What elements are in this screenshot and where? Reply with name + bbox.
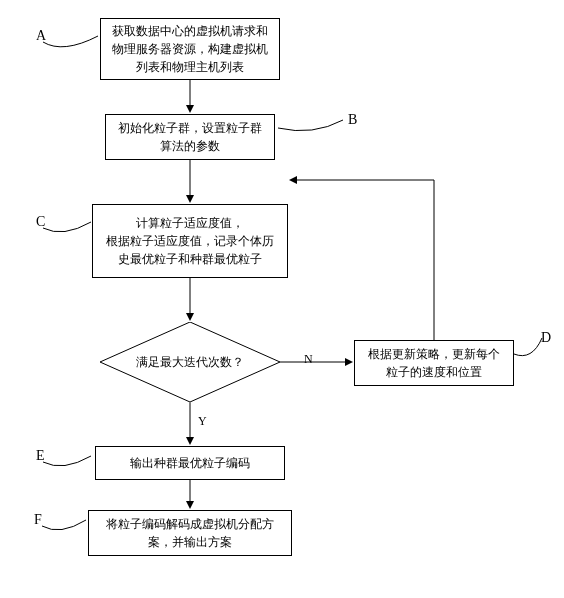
arrow-a-b <box>186 80 194 114</box>
svg-marker-3 <box>186 195 194 203</box>
arrow-dec-e <box>186 402 194 446</box>
process-text-f: 将粒子编码解码成虚拟机分配方案，并输出方案 <box>97 515 283 551</box>
callout-curve-a <box>43 34 103 54</box>
process-text-b: 初始化粒子群，设置粒子群算法的参数 <box>114 119 266 155</box>
arrow-join-c <box>186 176 290 184</box>
process-text-c: 计算粒子适应度值， 根据粒子适应度值，记录个体历史最优粒子和种群最优粒子 <box>101 214 279 268</box>
arrow-d-c-vertical <box>430 180 444 340</box>
callout-curve-c <box>43 220 93 238</box>
callout-curve-b <box>278 118 348 136</box>
arrow-d-c-horizontal <box>288 176 436 184</box>
svg-marker-11 <box>289 176 297 184</box>
process-text-e: 输出种群最优粒子编码 <box>130 454 250 472</box>
process-text-d: 根据更新策略，更新每个粒子的速度和位置 <box>363 345 505 381</box>
decision-diamond: 满足最大迭代次数？ <box>100 322 280 402</box>
label-y: Y <box>198 414 207 429</box>
arrow-c-dec <box>186 278 194 322</box>
callout-curve-e <box>43 454 93 472</box>
process-box-f: 将粒子编码解码成虚拟机分配方案，并输出方案 <box>88 510 292 556</box>
svg-marker-16 <box>186 501 194 509</box>
process-box-c: 计算粒子适应度值， 根据粒子适应度值，记录个体历史最优粒子和种群最优粒子 <box>92 204 288 278</box>
process-box-a: 获取数据中心的虚拟机请求和物理服务器资源，构建虚拟机列表和物理主机列表 <box>100 18 280 80</box>
svg-marker-5 <box>186 313 194 321</box>
svg-marker-1 <box>186 105 194 113</box>
process-box-d: 根据更新策略，更新每个粒子的速度和位置 <box>354 340 514 386</box>
arrow-dec-d <box>280 358 354 366</box>
svg-marker-14 <box>186 437 194 445</box>
svg-marker-8 <box>345 358 353 366</box>
process-text-a: 获取数据中心的虚拟机请求和物理服务器资源，构建虚拟机列表和物理主机列表 <box>109 22 271 76</box>
label-b: B <box>348 112 357 128</box>
arrow-e-f <box>186 480 194 510</box>
process-box-e: 输出种群最优粒子编码 <box>95 446 285 480</box>
callout-curve-f <box>42 518 88 536</box>
label-f: F <box>34 512 42 528</box>
callout-curve-d <box>514 336 546 366</box>
decision-text: 满足最大迭代次数？ <box>136 354 244 371</box>
process-box-b: 初始化粒子群，设置粒子群算法的参数 <box>105 114 275 160</box>
